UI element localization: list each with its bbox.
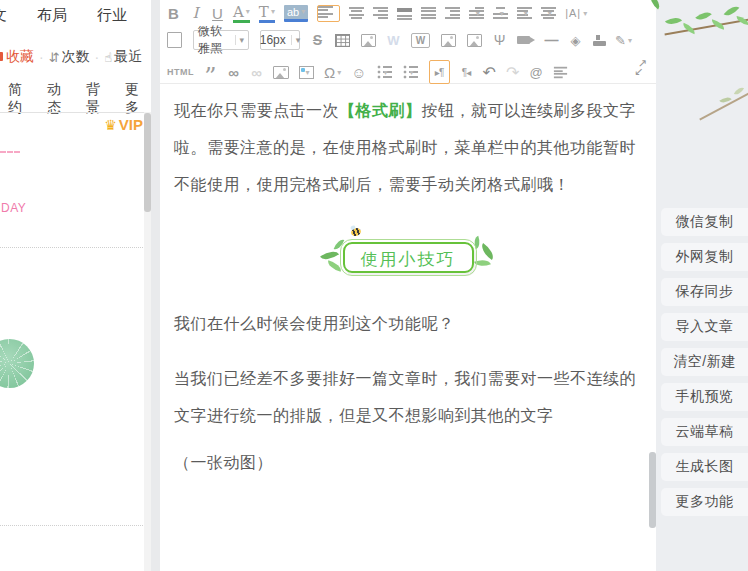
star-icon [0,52,3,61]
font-size-select[interactable]: 16px [260,30,300,50]
align-center-icon[interactable] [349,7,364,20]
left-scrollbar-thumb[interactable] [144,113,151,212]
eraser-icon[interactable]: ◈ [569,30,582,50]
link-icon[interactable]: ∞ [227,62,240,82]
unlink-icon[interactable]: ∞ [250,62,263,82]
table-icon[interactable] [335,34,350,47]
case-icon[interactable]: |A| [565,3,588,23]
ltr-paragraph-icon[interactable]: ▸¶ [429,60,450,84]
bold-icon[interactable]: B [167,3,180,23]
sort-icon: ⇵ [49,50,60,65]
filter-collect[interactable]: 收藏 [4,48,34,66]
blockquote-icon[interactable]: ” [204,57,217,87]
paragraph[interactable]: 我们在什么时候会使用到这个功能呢？ [160,305,656,342]
import-article-button[interactable]: 导入文章 [661,313,748,341]
align-full-icon[interactable] [421,7,436,20]
app-root: 文布局行业 收藏 ⇵ 次数 ☝ 最近 简约动态背景更多 ♛ VIP DAY [0,0,748,571]
bee-icon [350,227,362,238]
screenshot-icon[interactable] [467,34,482,47]
paragraph[interactable]: 当我们已经差不多要排好一篇文章时，我们需要对一些不连续的文字进行统一的排版，但是… [160,360,656,434]
italic-icon[interactable]: I [189,3,202,23]
find-replace-icon[interactable]: @ [529,62,542,82]
phone-preview-button[interactable]: 手机预览 [661,383,748,411]
crown-icon: ♛ [104,117,117,133]
panel-divider [0,112,148,113]
cloud-draft-button[interactable]: 云端草稿 [661,418,748,446]
template-separator [0,525,145,526]
letter-spacing-icon[interactable] [493,7,508,20]
font-color-icon[interactable]: A [233,3,250,23]
horizontal-line-icon[interactable]: — [545,30,558,50]
tab-layout[interactable]: 布局 [37,6,67,25]
audio-icon[interactable]: Ψ [493,30,506,50]
text-frame-icon[interactable] [273,66,289,79]
first-line-indent-icon[interactable] [469,7,484,20]
align-justify-icon[interactable] [397,7,412,20]
emoji-icon[interactable]: ☺ [351,62,366,82]
filter-recent[interactable]: ☝ 最近 [90,48,143,66]
actions-sidebar: 微信复制外网复制保存同步导入文章清空/新建手机预览云端草稿生成长图更多功能 [656,0,748,571]
template-fragment [0,151,20,153]
undo-icon[interactable]: ↶ [483,62,496,82]
leaf-icon [477,243,496,260]
html-icon[interactable]: HTML [167,62,194,82]
paragraph-spacing-icon[interactable] [541,7,556,20]
panel-editor-divider [151,0,160,571]
font-family-select[interactable]: 微软雅黑 [193,30,249,50]
clear-new-button[interactable]: 清空/新建 [661,348,748,376]
paragraph[interactable]: （一张动图） [160,444,656,481]
long-image-button[interactable]: 生成长图 [661,453,748,481]
more-functions-button[interactable]: 更多功能 [661,488,748,516]
indent-icon[interactable] [445,7,460,20]
vip-badge[interactable]: ♛ VIP [104,116,143,133]
paragraph[interactable]: 现在你只需要点击一次【格式刷】按钮，就可以连续刷多段文字啦。需要注意的是，在使用… [160,92,656,203]
format-brush-icon[interactable] [593,41,606,46]
image-icon[interactable] [361,34,376,47]
word-paste-icon[interactable]: W [387,30,400,50]
toolbar-row-3: HTML”∞∞Ω☺▸¶¶◂↶↷@ [167,57,630,87]
panel-filters: 收藏 ⇵ 次数 ☝ 最近 [4,48,142,66]
editor-toolbar: BIUATab|A| 微软雅黑16pxSWWΨ—◈✎ HTML”∞∞Ω☺▸¶¶◂… [160,0,656,84]
highlighted-text: 【格式刷】 [339,102,422,119]
line-height-icon[interactable] [517,7,532,20]
template-day-text: DAY [1,201,26,215]
editor-scrollbar-thumb[interactable] [649,452,656,528]
new-page-icon[interactable] [167,32,182,48]
branch-decoration [699,90,748,120]
text-bg-color-icon[interactable]: T [259,3,275,23]
highlight-ab-icon[interactable]: ab [284,5,308,22]
external-copy-button[interactable]: 外网复制 [661,243,748,271]
save-sync-button[interactable]: 保存同步 [661,278,748,306]
gallery-icon[interactable] [441,34,456,47]
fullscreen-icon[interactable] [634,62,647,75]
filter-count[interactable]: ⇵ 次数 [34,48,90,66]
wechat-copy-button[interactable]: 微信复制 [661,208,748,236]
align-right-icon[interactable] [373,7,388,20]
rtl-paragraph-icon[interactable]: ¶◂ [460,62,473,82]
tab-industry[interactable]: 行业 [97,6,127,25]
left-scrollbar-track[interactable] [144,112,151,571]
editor-content[interactable]: 现在你只需要点击一次【格式刷】按钮，就可以连续刷多段文字啦。需要注意的是，在使用… [160,84,656,571]
hand-icon: ☝ [104,50,112,65]
underline-icon[interactable]: U [211,3,224,23]
template-separator [0,247,145,248]
panel-tabs: 文布局行业 [0,6,127,25]
leaf-icon [474,257,491,270]
strikethrough-icon[interactable]: S [311,30,324,50]
bullet-list-icon[interactable] [403,65,419,79]
tab-text[interactable]: 文 [0,6,7,25]
special-char-icon[interactable]: Ω [324,62,341,82]
leaf-icon [695,8,712,24]
ordered-list-icon[interactable] [377,65,393,79]
template-thumbnail-image[interactable] [0,339,34,388]
border-style-icon[interactable] [299,66,314,79]
word-import-icon[interactable]: W [411,33,430,48]
video-icon[interactable] [517,36,530,44]
one-key-format-icon[interactable]: ✎ [617,30,630,50]
editor: BIUATab|A| 微软雅黑16pxSWWΨ—◈✎ HTML”∞∞Ω☺▸¶¶◂… [160,0,656,571]
align-left-icon[interactable] [317,5,340,22]
outline-icon[interactable] [553,66,566,77]
tip-badge-button[interactable]: 使用小技巧 [343,242,474,273]
redo-icon[interactable]: ↷ [506,62,519,82]
paragraph-text: 现在你只需要点击一次 [174,102,339,119]
